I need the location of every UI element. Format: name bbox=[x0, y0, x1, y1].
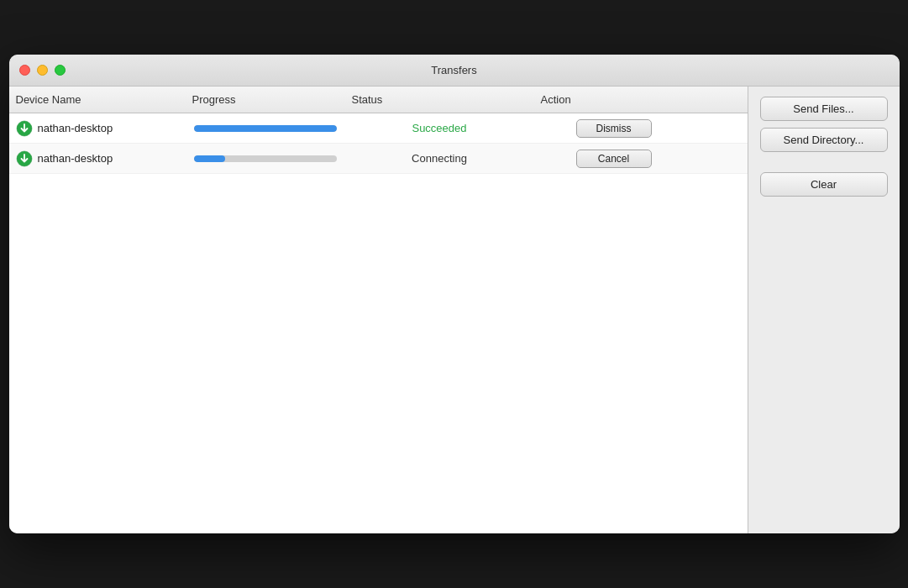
progress-bar-2 bbox=[194, 155, 337, 162]
minimize-button[interactable] bbox=[37, 65, 48, 76]
send-directory-button[interactable]: Send Directory... bbox=[760, 128, 888, 152]
sidebar-spacer bbox=[760, 159, 888, 165]
device-cell-2: nathan-desktop bbox=[9, 150, 186, 167]
table-row: nathan-desktop Connecting Cancel bbox=[9, 144, 748, 174]
close-button[interactable] bbox=[19, 65, 30, 76]
progress-bar-1 bbox=[194, 125, 337, 132]
table-header: Device Name Progress Status Action bbox=[9, 87, 748, 113]
progress-cell-2 bbox=[186, 155, 345, 162]
device-cell-1: nathan-desktop bbox=[9, 120, 186, 137]
progress-cell-1 bbox=[186, 125, 345, 132]
dismiss-button[interactable]: Dismiss bbox=[576, 119, 652, 138]
device-name-2: nathan-desktop bbox=[38, 152, 113, 165]
device-name-1: nathan-desktop bbox=[38, 122, 113, 134]
table-row: nathan-desktop Succeeded Dismiss bbox=[9, 113, 748, 144]
table-area: Device Name Progress Status Action natha… bbox=[9, 87, 748, 533]
col-header-action: Action bbox=[534, 93, 694, 106]
send-files-button[interactable]: Send Files... bbox=[760, 97, 888, 121]
progress-fill-2 bbox=[194, 155, 225, 162]
title-bar: Transfers bbox=[9, 55, 900, 87]
col-header-device: Device Name bbox=[9, 93, 186, 106]
main-content: Device Name Progress Status Action natha… bbox=[9, 87, 900, 533]
maximize-button[interactable] bbox=[55, 65, 66, 76]
window-title: Transfers bbox=[431, 64, 476, 76]
status-label-2: Connecting bbox=[412, 152, 467, 165]
transfers-window: Transfers Device Name Progress Status Ac… bbox=[9, 55, 900, 533]
download-icon-1 bbox=[16, 120, 33, 137]
clear-button[interactable]: Clear bbox=[760, 172, 888, 197]
traffic-lights bbox=[19, 65, 66, 76]
col-header-progress: Progress bbox=[186, 93, 345, 106]
cancel-button[interactable]: Cancel bbox=[576, 150, 652, 168]
status-cell-2: Connecting bbox=[345, 152, 534, 165]
col-header-status: Status bbox=[345, 93, 534, 106]
download-icon-2 bbox=[16, 150, 33, 167]
sidebar: Send Files... Send Directory... Clear bbox=[748, 87, 900, 533]
table-body: nathan-desktop Succeeded Dismiss bbox=[9, 113, 748, 533]
status-cell-1: Succeeded bbox=[345, 122, 534, 134]
progress-fill-1 bbox=[194, 125, 337, 132]
status-label-1: Succeeded bbox=[412, 122, 466, 134]
action-cell-2[interactable]: Cancel bbox=[534, 150, 694, 168]
action-cell-1[interactable]: Dismiss bbox=[534, 119, 694, 138]
